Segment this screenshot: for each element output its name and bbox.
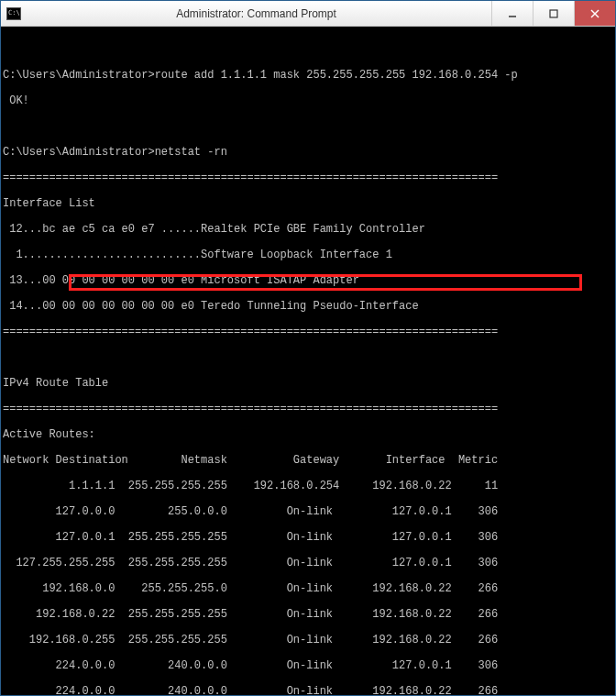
route-row: 192.168.0.0 255.255.255.0 On-link 192.16… [3, 582, 613, 595]
interface-list-header: Interface List [3, 197, 613, 210]
terminal-area[interactable]: C:\Users\Administrator>route add 1.1.1.1… [1, 27, 615, 695]
route-row: 127.0.0.1 255.255.255.255 On-link 127.0.… [3, 531, 613, 544]
cmd-result-1: OK! [3, 94, 613, 107]
active-routes-header: Active Routes: [3, 428, 613, 441]
divider: ========================================… [3, 326, 613, 338]
titlebar[interactable]: Administrator: Command Prompt [1, 1, 615, 27]
cmd-line-2: C:\Users\Administrator>netstat -rn [3, 146, 613, 159]
route-row: 127.0.0.0 255.0.0.0 On-link 127.0.0.1 30… [3, 505, 613, 518]
window-title: Administrator: Command Prompt [21, 7, 491, 20]
interface-row: 12...bc ae c5 ca e0 e7 ......Realtek PCI… [3, 223, 613, 236]
route-row: 224.0.0.0 240.0.0.0 On-link 127.0.0.1 30… [3, 659, 613, 672]
ipv4-title: IPv4 Route Table [3, 377, 613, 390]
svg-rect-1 [550, 10, 557, 17]
close-icon [590, 9, 600, 18]
terminal-blank [3, 43, 613, 56]
cmd-icon [6, 7, 21, 20]
route-row: 224.0.0.0 240.0.0.0 On-link 192.168.0.22… [3, 685, 613, 695]
command-prompt-window: Administrator: Command Prompt C:\Users\A… [0, 0, 616, 696]
route-row-highlighted: 1.1.1.1 255.255.255.255 192.168.0.254 19… [3, 480, 613, 492]
divider: ========================================… [3, 403, 613, 415]
route-columns: Network Destination Netmask Gateway Inte… [3, 454, 613, 467]
maximize-icon [549, 9, 558, 18]
route-row: 127.255.255.255 255.255.255.255 On-link … [3, 557, 613, 569]
minimize-button[interactable] [491, 1, 533, 26]
minimize-icon [508, 9, 517, 18]
maximize-button[interactable] [533, 1, 574, 26]
divider: ========================================… [3, 171, 613, 184]
interface-row: 1...........................Software Loo… [3, 249, 613, 261]
close-button[interactable] [574, 1, 615, 26]
interface-row: 14...00 00 00 00 00 00 00 e0 Teredo Tunn… [3, 300, 613, 313]
interface-row: 13...00 00 00 00 00 00 00 e0 Microsoft I… [3, 274, 613, 287]
route-row: 192.168.0.255 255.255.255.255 On-link 19… [3, 634, 613, 646]
window-buttons [491, 1, 615, 26]
terminal-blank [3, 351, 613, 364]
route-row: 192.168.0.22 255.255.255.255 On-link 192… [3, 608, 613, 621]
cmd-line-1: C:\Users\Administrator>route add 1.1.1.1… [3, 69, 613, 82]
terminal-blank [3, 120, 613, 133]
